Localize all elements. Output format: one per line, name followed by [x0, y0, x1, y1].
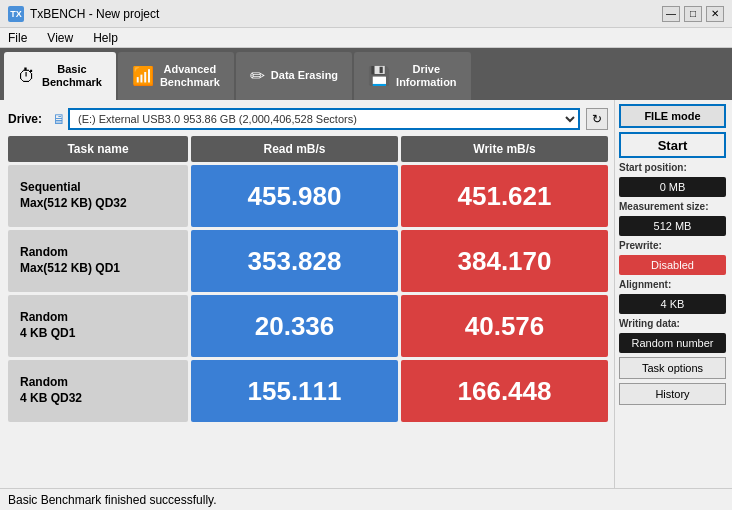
- main-content: Drive: 🖥 (E:) External USB3.0 953.86 GB …: [0, 100, 732, 488]
- menu-bar: File View Help: [0, 28, 732, 48]
- drive-refresh-button[interactable]: ↻: [586, 108, 608, 130]
- row-0-read: 455.980: [191, 165, 398, 227]
- right-panel: FILE mode Start Start position: 0 MB Mea…: [614, 100, 732, 488]
- tab-bar: ⏱ BasicBenchmark 📶 AdvancedBenchmark ✏ D…: [0, 48, 732, 100]
- maximize-button[interactable]: □: [684, 6, 702, 22]
- col-header-read: Read mB/s: [191, 136, 398, 162]
- col-header-task: Task name: [8, 136, 188, 162]
- erasing-tab-icon: ✏: [250, 65, 265, 87]
- menu-file[interactable]: File: [4, 30, 31, 46]
- start-position-label: Start position:: [619, 162, 726, 173]
- title-bar: TX TxBENCH - New project — □ ✕: [0, 0, 732, 28]
- task-options-button[interactable]: Task options: [619, 357, 726, 379]
- table-row: Random 4 KB QD32 155.111 166.448: [8, 360, 608, 422]
- history-button[interactable]: History: [619, 383, 726, 405]
- row-1-read: 353.828: [191, 230, 398, 292]
- drive-tab-icon: 💾: [368, 65, 390, 87]
- minimize-button[interactable]: —: [662, 6, 680, 22]
- tab-erasing-label: Data Erasing: [271, 69, 338, 82]
- table-row: Random 4 KB QD1 20.336 40.576: [8, 295, 608, 357]
- row-0-label: Sequential Max(512 KB) QD32: [8, 165, 188, 227]
- col-header-write: Write mB/s: [401, 136, 608, 162]
- close-button[interactable]: ✕: [706, 6, 724, 22]
- status-bar: Basic Benchmark finished successfully.: [0, 488, 732, 510]
- basic-tab-icon: ⏱: [18, 66, 36, 87]
- drive-label: Drive:: [8, 112, 46, 126]
- row-0-write: 451.621: [401, 165, 608, 227]
- row-3-label: Random 4 KB QD32: [8, 360, 188, 422]
- row-2-read: 20.336: [191, 295, 398, 357]
- row-3-read: 155.111: [191, 360, 398, 422]
- refresh-icon: ↻: [592, 112, 602, 126]
- benchmark-table: Task name Read mB/s Write mB/s Sequentia…: [8, 136, 608, 482]
- window-title: TxBENCH - New project: [30, 7, 159, 21]
- tab-advanced[interactable]: 📶 AdvancedBenchmark: [118, 52, 234, 100]
- tab-erasing[interactable]: ✏ Data Erasing: [236, 52, 352, 100]
- status-text: Basic Benchmark finished successfully.: [8, 493, 217, 507]
- menu-view[interactable]: View: [43, 30, 77, 46]
- row-2-write: 40.576: [401, 295, 608, 357]
- start-position-value: 0 MB: [619, 177, 726, 197]
- row-1-write: 384.170: [401, 230, 608, 292]
- table-row: Random Max(512 KB) QD1 353.828 384.170: [8, 230, 608, 292]
- drive-select-icon: 🖥: [52, 111, 66, 127]
- alignment-value: 4 KB: [619, 294, 726, 314]
- tab-basic[interactable]: ⏱ BasicBenchmark: [4, 52, 116, 100]
- app-icon: TX: [8, 6, 24, 22]
- table-row: Sequential Max(512 KB) QD32 455.980 451.…: [8, 165, 608, 227]
- measurement-size-value: 512 MB: [619, 216, 726, 236]
- start-button[interactable]: Start: [619, 132, 726, 158]
- drive-row: Drive: 🖥 (E:) External USB3.0 953.86 GB …: [8, 106, 608, 132]
- row-2-label: Random 4 KB QD1: [8, 295, 188, 357]
- prewrite-label: Prewrite:: [619, 240, 726, 251]
- prewrite-value: Disabled: [619, 255, 726, 275]
- center-panel: Drive: 🖥 (E:) External USB3.0 953.86 GB …: [0, 100, 614, 488]
- row-1-label: Random Max(512 KB) QD1: [8, 230, 188, 292]
- drive-select[interactable]: (E:) External USB3.0 953.86 GB (2,000,40…: [68, 108, 580, 130]
- tab-advanced-label: AdvancedBenchmark: [160, 63, 220, 89]
- tab-basic-label: BasicBenchmark: [42, 63, 102, 89]
- advanced-tab-icon: 📶: [132, 65, 154, 87]
- row-3-write: 166.448: [401, 360, 608, 422]
- writing-data-label: Writing data:: [619, 318, 726, 329]
- measurement-size-label: Measurement size:: [619, 201, 726, 212]
- table-header: Task name Read mB/s Write mB/s: [8, 136, 608, 162]
- tab-drive-label: DriveInformation: [396, 63, 457, 89]
- tab-drive[interactable]: 💾 DriveInformation: [354, 52, 471, 100]
- menu-help[interactable]: Help: [89, 30, 122, 46]
- writing-data-value: Random number: [619, 333, 726, 353]
- alignment-label: Alignment:: [619, 279, 726, 290]
- file-mode-button[interactable]: FILE mode: [619, 104, 726, 128]
